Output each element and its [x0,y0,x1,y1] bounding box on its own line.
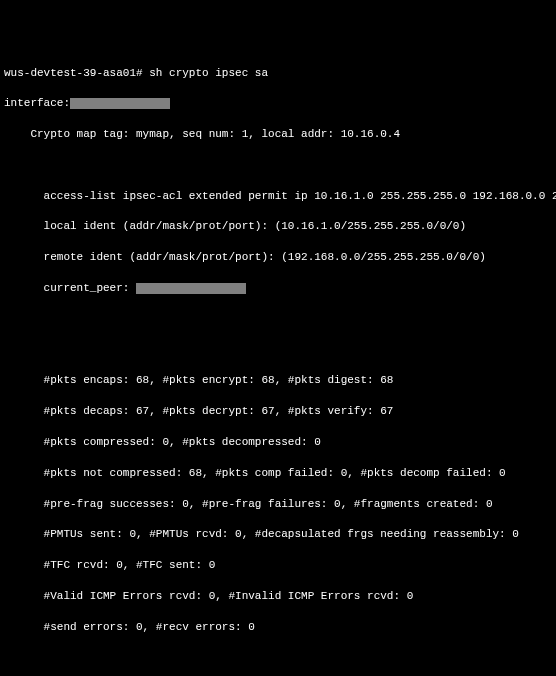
hostname: wus-devtest-39-asa01# [4,67,149,79]
current-peer-label: current_peer: [4,282,136,294]
blank [4,312,552,327]
blank [4,343,552,358]
remote-ident-line: remote ident (addr/mask/prot/port): (192… [4,250,552,265]
blank [4,650,552,665]
pkts-line: #pkts not compressed: 68, #pkts comp fai… [4,466,552,481]
acl-line: access-list ipsec-acl extended permit ip… [4,189,552,204]
prompt-line: wus-devtest-39-asa01# sh crypto ipsec sa [4,66,552,81]
interface-line: interface: [4,96,552,111]
command-text: sh crypto ipsec sa [149,67,268,79]
pkts-line: #TFC rcvd: 0, #TFC sent: 0 [4,558,552,573]
current-peer-line: current_peer: [4,281,552,296]
pkts-line: #send errors: 0, #recv errors: 0 [4,620,552,635]
pkts-line: #PMTUs sent: 0, #PMTUs rcvd: 0, #decapsu… [4,527,552,542]
blank [4,158,552,173]
redacted-peer [136,283,246,294]
local-ident-line: local ident (addr/mask/prot/port): (10.1… [4,219,552,234]
pkts-line: #Valid ICMP Errors rcvd: 0, #Invalid ICM… [4,589,552,604]
pkts-line: #pkts encaps: 68, #pkts encrypt: 68, #pk… [4,373,552,388]
interface-label: interface: [4,97,70,109]
pkts-line: #pkts compressed: 0, #pkts decompressed:… [4,435,552,450]
pkts-line: #pre-frag successes: 0, #pre-frag failur… [4,497,552,512]
redacted-interface [70,98,170,109]
crypto-map-line: Crypto map tag: mymap, seq num: 1, local… [4,127,552,142]
pkts-line: #pkts decaps: 67, #pkts decrypt: 67, #pk… [4,404,552,419]
